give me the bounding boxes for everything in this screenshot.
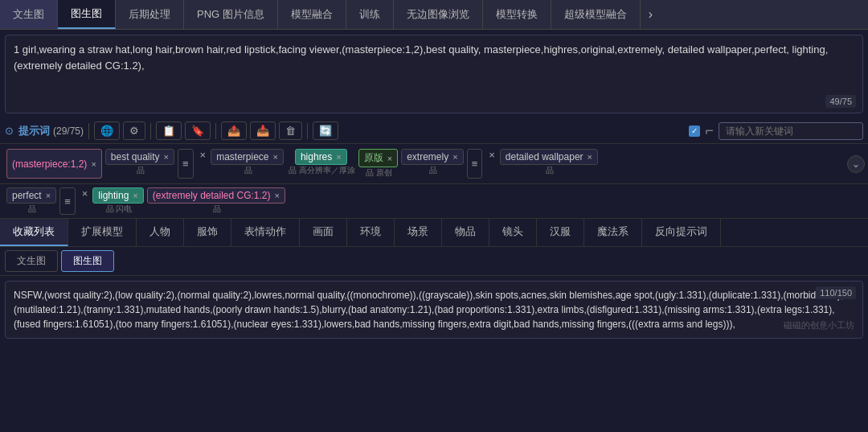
prompt-word-count: (29/75) — [53, 125, 84, 137]
tag-close-best-quality[interactable]: × — [164, 152, 169, 162]
separator-4 — [307, 123, 308, 139]
cat-tab-character[interactable]: 人物 — [137, 219, 184, 246]
tab-supermerge[interactable]: 超级模型融合 — [551, 0, 641, 29]
prompt-label: 提示词 — [18, 124, 50, 138]
tag-label: masterpiece — [216, 151, 268, 163]
collapse-icon[interactable]: ⊙ — [5, 125, 14, 137]
tags-scroll-down[interactable]: ⌄ — [847, 155, 865, 173]
tag-label: 原版 — [364, 151, 383, 165]
copy-button[interactable]: 📋 — [156, 121, 182, 140]
tag-sub-extremely: 品 — [429, 165, 437, 176]
tab-pnginfo[interactable]: PNG 图片信息 — [184, 0, 278, 29]
cat-tab-negative[interactable]: 反向提示词 — [642, 219, 721, 246]
tag-label: best quality — [111, 151, 160, 163]
import-button[interactable]: 📥 — [250, 121, 276, 140]
toolbar-row: ⊙ 提示词 (29/75) 🌐 ⚙ 📋 🔖 📤 📥 🗑 🔄 ✓ ⌐ — [0, 118, 868, 144]
tag-close-detailed-wallpaper[interactable]: × — [588, 152, 592, 162]
tag-sub-lighting: 品 闪电 — [106, 204, 133, 215]
prompt-input[interactable]: 1 girl,wearing a straw hat,long hair,bro… — [14, 42, 854, 106]
tab-merge[interactable]: 模型融合 — [278, 0, 346, 29]
tag-best-quality: best quality × — [105, 149, 174, 165]
tag-close-detailed-cg[interactable]: × — [275, 191, 280, 200]
tab-postprocess[interactable]: 后期处理 — [116, 0, 184, 29]
tag-sort-2[interactable]: ≡ — [467, 149, 483, 179]
bracket-icon: ⌐ — [705, 122, 714, 139]
tag-x-1[interactable]: × — [199, 149, 208, 179]
tab-img2img[interactable]: 图生图 — [58, 0, 116, 29]
cat-tab-painting[interactable]: 画面 — [300, 219, 347, 246]
cat-tab-lens[interactable]: 镜头 — [489, 219, 537, 246]
tag-x-3[interactable]: × — [80, 187, 90, 215]
delete-button[interactable]: 🗑 — [279, 121, 302, 140]
checkbox-new-keyword[interactable]: ✓ — [689, 125, 700, 137]
cat-tab-hanfu[interactable]: 汉服 — [537, 219, 584, 246]
tag-sub-highres: 品 高分辨率／厚涂 — [289, 165, 355, 176]
tag-sub-original: 品 原创 — [366, 167, 392, 179]
tag-detailed-cg: (extremely detailed CG:1.2) × — [147, 187, 285, 204]
tag-label: lighting — [98, 190, 129, 201]
cat-tab-expression[interactable]: 表情动作 — [231, 219, 300, 246]
tag-lighting: lighting × — [92, 187, 143, 204]
negative-prompt-area: 110/150 NSFW,(worst quality:2),(low qual… — [5, 281, 863, 339]
cat-tab-objects[interactable]: 物品 — [442, 219, 489, 246]
bookmark-button[interactable]: 🔖 — [185, 121, 211, 140]
tag-close-lighting[interactable]: × — [133, 191, 137, 200]
tag-highres: highres × — [295, 149, 347, 165]
export-button[interactable]: 📤 — [221, 121, 247, 140]
tags-row-1: (masterpiece:1,2) × best quality × 品 ≡ ×… — [0, 144, 868, 184]
tag-masterpiece: (masterpiece:1,2) × — [6, 149, 102, 179]
tab-browse[interactable]: 无边图像浏览 — [394, 0, 483, 29]
tag-close-original[interactable]: × — [387, 154, 392, 163]
tag-close-highres[interactable]: × — [336, 152, 341, 162]
separator-3 — [215, 123, 216, 139]
tag-masterpiece-2: masterpiece × — [211, 149, 284, 165]
tab-txt2img[interactable]: 文生图 — [0, 0, 58, 29]
sub-tab-txt2img[interactable]: 文生图 — [5, 250, 58, 272]
negative-prompt-input[interactable]: NSFW,(worst quality:2),(low quality:2),(… — [14, 288, 854, 331]
new-keyword-input[interactable] — [719, 122, 863, 140]
tag-close-masterpiece[interactable]: × — [91, 159, 96, 169]
cat-tab-scene[interactable]: 场景 — [395, 219, 442, 246]
tags-row-2: perfect × 品 ≡ × lighting × 品 闪电 (extreme… — [0, 184, 868, 219]
tag-sub-detailed-cg: 品 — [213, 204, 221, 215]
globe-button[interactable]: 🌐 — [94, 121, 120, 140]
tag-extremely: extremely × — [401, 149, 463, 165]
cat-tab-clothing[interactable]: 服饰 — [184, 219, 231, 246]
tag-label: detailed wallpaper — [506, 151, 583, 163]
prompt-area: 1 girl,wearing a straw hat,long hair,bro… — [5, 35, 863, 113]
tab-more[interactable]: › — [641, 0, 661, 29]
tag-sub-detailed-wallpaper: 品 — [546, 165, 554, 176]
cat-tab-favorites[interactable]: 收藏列表 — [0, 219, 68, 246]
tag-detailed-wallpaper: detailed wallpaper × — [500, 149, 598, 165]
tag-perfect: perfect × — [6, 187, 56, 204]
watermark: 磁磁的创意小工坊 — [784, 319, 854, 331]
tag-label: (masterpiece:1,2) — [12, 158, 87, 170]
tag-close-masterpiece2[interactable]: × — [273, 152, 278, 162]
tab-bar: 文生图 图生图 后期处理 PNG 图片信息 模型融合 训练 无边图像浏览 模型转… — [0, 0, 868, 30]
cat-tab-environment[interactable]: 环境 — [347, 219, 395, 246]
tag-sub-masterpiece2: 品 — [244, 165, 252, 176]
tab-convert[interactable]: 模型转换 — [483, 0, 551, 29]
prompt-counter: 49/75 — [825, 95, 856, 108]
category-tabs: 收藏列表 扩展模型 人物 服饰 表情动作 画面 环境 场景 物品 镜头 汉服 魔… — [0, 219, 868, 247]
tag-x-2[interactable]: × — [487, 149, 497, 179]
tag-sort-1[interactable]: ≡ — [178, 149, 194, 179]
tag-original: 原版 × — [358, 149, 398, 167]
refresh-button[interactable]: 🔄 — [313, 121, 338, 140]
tag-label: highres — [301, 151, 332, 163]
tag-close-extremely[interactable]: × — [452, 152, 457, 162]
new-keyword-area: ✓ ⌐ — [689, 122, 863, 140]
tag-label: perfect — [12, 190, 42, 201]
sub-tabs: 文生图 图生图 — [0, 247, 868, 276]
cat-tab-extensions[interactable]: 扩展模型 — [68, 219, 137, 246]
tab-train[interactable]: 训练 — [346, 0, 394, 29]
negative-counter: 110/150 — [816, 286, 856, 299]
cat-tab-magic[interactable]: 魔法系 — [584, 219, 642, 246]
tag-close-perfect[interactable]: × — [46, 191, 51, 200]
gear-button[interactable]: ⚙ — [123, 121, 145, 140]
sub-tab-img2img[interactable]: 图生图 — [61, 250, 114, 272]
tag-sub-best-quality: 品 — [137, 165, 145, 176]
tag-label: extremely — [407, 151, 448, 163]
separator-1 — [88, 123, 89, 139]
tag-sort-3[interactable]: ≡ — [59, 187, 76, 215]
